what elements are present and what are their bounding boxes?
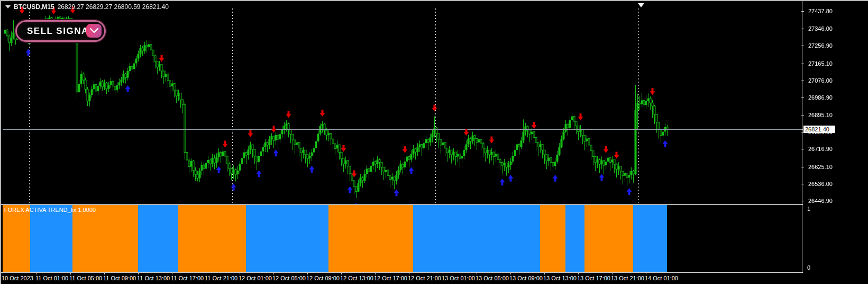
time-tick xyxy=(375,273,376,274)
time-tick xyxy=(206,273,206,274)
price-label: 27076.00 xyxy=(808,77,833,84)
time-label: 13 Oct 09:00 xyxy=(509,275,543,281)
price-tick xyxy=(801,97,804,98)
time-tick xyxy=(477,273,477,274)
time-axis[interactable]: 10 Oct 202311 Oct 01:0011 Oct 05:0011 Oc… xyxy=(1,273,868,284)
time-tick xyxy=(443,273,443,274)
time-tick xyxy=(612,273,613,274)
chart-shift-marker[interactable] xyxy=(638,3,644,7)
price-label: 26986.90 xyxy=(808,94,833,101)
time-tick xyxy=(138,273,139,274)
chart-title: BTCUSD,M15 26829.27 26829.27 26800.59 26… xyxy=(5,3,169,11)
time-label: 12 Oct 13:00 xyxy=(340,275,373,281)
trend-up-block xyxy=(30,205,72,272)
symbol-period-label: BTCUSD,M15 xyxy=(14,3,54,11)
trend-down-block xyxy=(178,205,246,272)
trend-up-block xyxy=(413,205,540,272)
time-label: 13 Oct 05:00 xyxy=(476,275,509,281)
time-label: 12 Oct 21:00 xyxy=(408,275,441,281)
price-tick xyxy=(801,167,804,167)
time-tick xyxy=(409,273,409,274)
trend-up-block xyxy=(633,205,667,272)
price-label: 26536.00 xyxy=(808,181,833,187)
time-label: 11 Oct 05:00 xyxy=(69,275,102,281)
chart-window: BTCUSD,M15 26829.27 26829.27 26800.59 26… xyxy=(0,0,868,284)
trend-up-block xyxy=(565,205,584,272)
time-tick xyxy=(36,273,37,274)
sell-signal-label: SELL SIGNAL xyxy=(17,26,95,37)
trend-up-block xyxy=(246,205,328,272)
time-tick xyxy=(544,273,545,274)
trend-down-block xyxy=(72,205,138,272)
time-label: 11 Oct 13:00 xyxy=(137,275,170,281)
price-tick xyxy=(801,115,804,116)
trend-up-block xyxy=(138,205,178,272)
time-tick xyxy=(510,273,511,274)
indicator-name-label: FOREX ACTIVA TREND_fix 1.0000 xyxy=(4,207,96,213)
time-label: 11 Oct 09:00 xyxy=(103,275,136,281)
time-tick xyxy=(341,273,342,274)
signal-dropdown-button[interactable] xyxy=(86,24,102,38)
time-label: 12 Oct 17:00 xyxy=(374,275,407,281)
ohlc-quotes-label: 26829.27 26829.27 26800.59 26821.40 xyxy=(58,3,169,11)
price-tick xyxy=(801,64,804,64)
price-label: 26716.90 xyxy=(808,146,833,152)
trend-down-block xyxy=(584,205,633,272)
time-tick xyxy=(307,273,308,274)
price-label: 26895.10 xyxy=(808,112,833,118)
trend-indicator-pane xyxy=(3,205,802,272)
time-tick xyxy=(104,273,105,274)
time-label: 13 Oct 13:00 xyxy=(543,275,577,281)
indicator-scale-max: 1 xyxy=(807,206,810,212)
trend-down-block xyxy=(3,205,30,272)
price-label: 27346.00 xyxy=(808,25,833,32)
time-label: 11 Oct 21:00 xyxy=(205,275,237,281)
symbol-dropdown-icon[interactable] xyxy=(5,5,11,8)
time-tick xyxy=(70,273,71,274)
price-axis-border xyxy=(802,1,802,273)
time-label: 13 Oct 21:00 xyxy=(611,275,644,281)
sell-signal-banner: SELL SIGNAL xyxy=(15,20,106,42)
time-tick xyxy=(646,273,646,274)
price-tick xyxy=(801,149,804,149)
time-label: 12 Oct 09:00 xyxy=(306,275,340,281)
time-tick xyxy=(240,273,240,274)
price-label: 27165.10 xyxy=(808,60,833,67)
time-label: 13 Oct 01:00 xyxy=(442,275,475,281)
time-tick xyxy=(273,273,274,274)
trend-down-block xyxy=(540,205,565,272)
price-tick xyxy=(801,29,804,29)
time-label: 11 Oct 17:00 xyxy=(171,275,204,281)
price-label: 27256.90 xyxy=(808,42,833,49)
time-label: 10 Oct 2023 xyxy=(2,275,33,281)
time-label: 12 Oct 05:00 xyxy=(272,275,306,281)
pane-separator-shadow xyxy=(1,205,868,205)
price-tick xyxy=(801,11,804,12)
price-label: 26625.10 xyxy=(808,164,833,170)
time-tick xyxy=(3,273,3,274)
price-tick xyxy=(801,184,804,184)
price-label: 27437.80 xyxy=(808,8,833,14)
time-label: 13 Oct 17:00 xyxy=(577,275,610,281)
time-label: 11 Oct 01:00 xyxy=(35,275,68,281)
trend-down-block xyxy=(328,205,413,272)
price-tick xyxy=(801,81,804,81)
price-axis[interactable]: 26821.40 1 0 27437.8027346.0027256.90271… xyxy=(803,1,868,273)
time-tick xyxy=(578,273,579,274)
price-label: 26446.90 xyxy=(808,198,833,204)
price-tick xyxy=(801,46,804,46)
time-tick xyxy=(172,273,172,274)
chevron-down-icon xyxy=(89,28,99,34)
current-price-badge: 26821.40 xyxy=(803,126,835,133)
indicator-scale-min: 0 xyxy=(807,264,810,271)
price-tick xyxy=(801,201,804,201)
time-label: 12 Oct 01:00 xyxy=(239,275,272,281)
time-label: 14 Oct 01:00 xyxy=(645,275,678,281)
